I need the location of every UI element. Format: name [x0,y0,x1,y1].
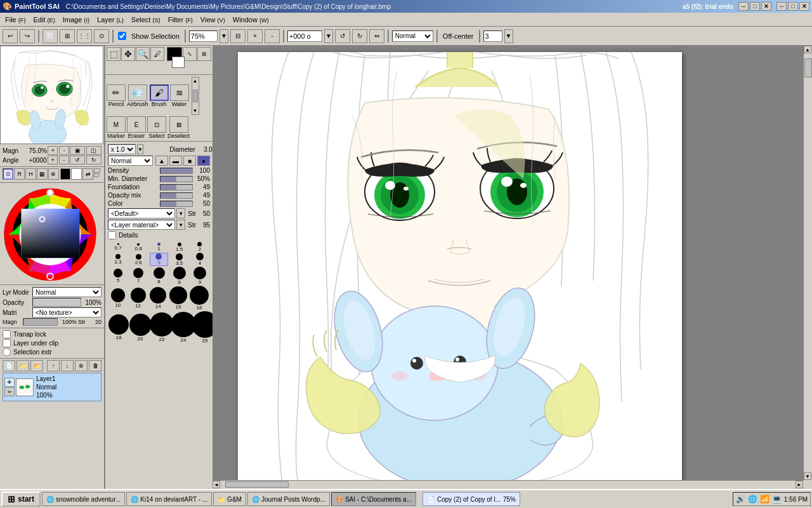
outer-minimize-btn[interactable]: ─ [738,2,749,11]
layer-merge-btn[interactable]: ⊕ [75,360,88,371]
move-btn[interactable]: ✥ [121,47,135,61]
pencil-tool-btn[interactable]: ✏ Pencil [107,84,126,107]
texture2-dropdown[interactable]: ▼ [176,220,185,230]
menu-select[interactable]: Select (S) [128,15,164,25]
brush-size-16[interactable]: 16 [190,286,209,311]
resize-color-btn[interactable] [94,168,102,178]
eraser-tool-btn[interactable]: E Eraser [127,116,146,139]
shape-flat-btn[interactable]: ▬ [169,156,182,166]
deselect-btn[interactable]: ⊠ Deselect [167,116,190,139]
brush-size-20[interactable]: 20 [131,314,150,342]
tool-more-btn[interactable]: ⊞ [197,47,211,61]
select-area-btn[interactable]: ⊡ Select [147,116,166,139]
bg-color-swatch[interactable] [71,168,82,180]
brush-size-3.5[interactable]: 3.5 [171,253,188,266]
layer-up-btn[interactable]: ↑ [47,360,60,371]
canvas-area[interactable]: ▲ ▼ ◄ ► [213,46,812,489]
magn-btn4[interactable]: ◫ [86,146,102,155]
show-selection-checkbox[interactable] [118,32,126,40]
layer-down-btn[interactable]: ↓ [61,360,74,371]
toolbar-btn-5[interactable]: ⋮⋮ [77,29,92,43]
brush-size-2.6[interactable]: 2.6 [129,254,147,265]
magn-btn3[interactable]: ▣ [70,146,85,155]
brush-size-22[interactable]: 22 [152,312,171,342]
brush-size-8[interactable]: 8 [150,267,167,284]
outer-maximize-btn[interactable]: □ [750,2,760,11]
color-bar[interactable] [160,201,193,207]
menu-edit[interactable]: Edit (E) [29,15,58,25]
brush-size-18[interactable]: 18 [109,314,128,340]
brush-size-4[interactable]: 4 [191,253,209,266]
angle-btn4[interactable]: ↻ [86,156,102,164]
magn-sub-bar[interactable] [23,318,58,326]
color-wheel-svg[interactable] [3,185,98,281]
zoom-in-btn[interactable]: + [247,29,263,43]
canvas-scrollbar-v[interactable]: ▲ ▼ [803,46,812,480]
marker-tool-btn[interactable]: M Marker [107,116,126,139]
drawing-canvas[interactable] [238,52,682,484]
brush-size-25[interactable]: 25 [195,311,213,344]
canvas-tab[interactable]: 📄 Copy (2) of Copy of l... 75% [422,492,520,506]
opacity-mix-bar[interactable] [160,192,193,199]
toolbar-btn-4[interactable]: ⊞ [60,29,75,43]
new-set-btn[interactable]: 📁 [16,360,29,371]
inner-minimize-btn[interactable]: ─ [776,2,787,11]
color-mode-wheel-btn[interactable]: ⊙ [3,168,13,180]
brush-size-3[interactable]: 3 [150,253,167,266]
size-dropdown-btn[interactable]: ▼ [504,29,513,43]
transp-lock-checkbox[interactable] [3,330,11,338]
taskbar-item-sai[interactable]: 🎨 SAI - C:\Documents a... [331,492,416,506]
menu-image[interactable]: Image (I) [59,15,93,25]
brush-size-0.7[interactable]: 0.7 [109,243,127,251]
scroll-thumb-h[interactable] [225,481,289,488]
inner-maximize-btn[interactable]: □ [788,2,798,11]
rotation-dropdown-btn[interactable]: ▼ [324,29,333,43]
airbrush-tool-btn[interactable]: 💨 Airbrush [127,84,148,107]
color-mode-custom-btn[interactable]: ⊕ [48,168,59,180]
blend-mode-select[interactable]: Normal Multiply Screen [392,30,433,42]
angle-btn3[interactable]: ↺ [70,156,85,164]
brush-size-0.8[interactable]: 0.8 [129,243,147,251]
brush-size-10[interactable]: 10 [109,288,127,308]
new-layer-btn[interactable]: 📄 [3,360,15,371]
canvas-scrollbar-h[interactable]: ◄ ► [213,480,803,489]
taskbar-item-ki14[interactable]: 🌐 Ki14 on deviantART - ... [126,492,212,506]
rotate-cw-btn[interactable]: ↻ [352,29,367,43]
details-checkbox[interactable] [108,231,116,239]
scroll-up-btn[interactable]: ▲ [804,46,811,53]
matrix-select[interactable]: <No texture> [32,307,102,318]
toolbar-btn-3[interactable]: ⬜ [43,29,58,43]
brush-size-24[interactable]: 24 [174,312,193,343]
min-diameter-bar[interactable] [160,176,193,182]
zoom-out-btn[interactable]: - [265,29,280,43]
eyedropper-btn[interactable]: 🖊 [150,47,164,61]
brush-scroll-btn[interactable]: ▲ ▼ [192,77,199,115]
layer-mode-select[interactable]: Normal Multiply Screen [32,287,102,297]
taskbar-item-snowmobile[interactable]: 🌐 snowmobile adventur... [42,492,125,506]
fg-color-swatch[interactable] [60,168,71,180]
scroll-left-btn[interactable]: ◄ [213,481,220,488]
start-button[interactable]: ⊞ start [1,491,41,507]
menu-layer[interactable]: Layer (L) [93,15,128,25]
density-bar[interactable] [160,168,193,174]
layer-item[interactable]: 👁 ✏ Layer1 Normal 100% [3,373,102,401]
tool-resize-btn[interactable]: ⤡ [183,47,197,61]
texture1-select[interactable]: <Default> [108,208,175,218]
brush-blend-select[interactable]: Normal Multiply [108,156,153,166]
magn-dec-btn[interactable]: - [59,146,69,155]
texture1-dropdown[interactable]: ▼ [176,208,185,218]
size-input[interactable] [483,30,502,42]
inner-close-btn[interactable]: ✕ [799,2,809,11]
brush-size-9a[interactable]: 9 [171,267,188,285]
scroll-thumb-v[interactable] [804,58,812,77]
shape-round-btn[interactable]: ▲ [155,156,168,166]
toolbar-btn-1[interactable]: ↩ [3,29,18,43]
brush-tool-btn[interactable]: 🖌 Brush [150,84,169,107]
color-mode-palette-btn[interactable]: ▦ [37,168,48,180]
scroll-right-btn[interactable]: ► [796,481,803,488]
foundation-bar[interactable] [160,184,193,190]
angle-inc-btn[interactable]: + [48,156,58,164]
texture2-select[interactable]: <Layer material> [108,220,175,230]
brush-size-1.5[interactable]: 1.5 [171,243,188,252]
brush-size-7[interactable]: 7 [129,268,147,284]
